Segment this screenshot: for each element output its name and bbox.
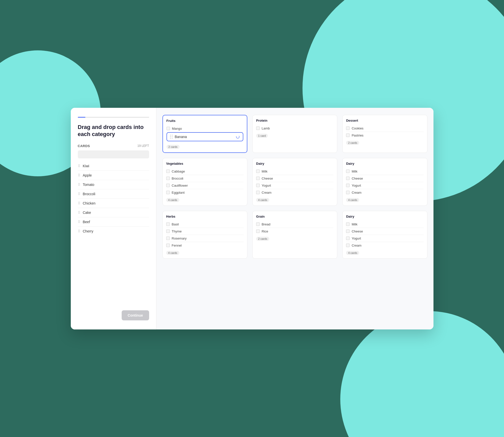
category-title: Dairy [346, 215, 423, 218]
category-fruits[interactable]: Fruits Mango Banana [162, 115, 247, 153]
item-label: Yogurt [262, 184, 271, 187]
category-protein-1[interactable]: Protein Lamb 1 card [252, 115, 337, 153]
item-icon [166, 127, 170, 130]
left-panel: Drag and drop cards into each category C… [71, 108, 156, 329]
card-label: Broccoli [83, 192, 95, 196]
category-item: Cauliflower [166, 182, 244, 189]
drag-handle: ⠿ [78, 201, 80, 205]
category-item: Cabbage [166, 168, 244, 175]
category-count: 1 card [256, 134, 268, 138]
item-icon [256, 229, 260, 233]
category-item: Rosemary [166, 235, 244, 242]
category-herbs-6[interactable]: Herbs Basil Thyme Rosemary [162, 211, 247, 259]
category-item: Rice [256, 228, 333, 235]
item-label: Cabbage [172, 170, 185, 173]
category-title: Vegetables [166, 162, 244, 165]
card-item-chicken[interactable]: ⠿ Chicken [78, 199, 149, 208]
item-label: Cheese [352, 177, 363, 180]
category-item: Cream [346, 242, 423, 249]
bg-shape-bottom [340, 311, 504, 437]
category-item: Cream [256, 189, 333, 196]
category-item: Cheese [256, 175, 333, 182]
drag-handle: ⠿ [78, 211, 80, 215]
category-item: Milk [256, 168, 333, 175]
dragging-card-label: Banana [175, 135, 187, 139]
item-label: Thyme [172, 229, 182, 233]
item-icon [166, 191, 170, 194]
category-item: Yogurt [256, 182, 333, 189]
item-icon [346, 184, 350, 187]
category-item: Basil [166, 221, 244, 228]
card-item-broccoli[interactable]: ⠿ Broccoli [78, 189, 149, 199]
category-item: Thyme [166, 228, 244, 235]
category-count: 2 cards [256, 237, 269, 241]
card-item-cake[interactable]: ⠿ Cake [78, 208, 149, 217]
category-title: Protein [256, 119, 333, 122]
item-icon [256, 191, 260, 194]
item-icon [346, 133, 350, 137]
card-item-tomato[interactable]: ⠿ Tomato [78, 180, 149, 189]
category-item: Broccoli [166, 175, 244, 182]
search-area [78, 150, 149, 158]
category-count: 4 cards [346, 251, 359, 255]
card-item-beef[interactable]: ⠿ Beef [78, 217, 149, 227]
item-icon [256, 126, 260, 130]
category-count: 4 cards [166, 251, 179, 255]
category-dairy3-8[interactable]: Dairy Milk Cheese Yogurt Cr [342, 211, 427, 259]
category-title: Fruits [166, 119, 243, 123]
item-label: Cookies [352, 126, 363, 130]
item-label: Cheese [262, 177, 273, 180]
category-count: 4 cards [256, 198, 269, 202]
category-title: Dairy [256, 162, 333, 165]
card-label: Tomato [83, 183, 94, 187]
card-item-cherry[interactable]: ⠿ Cherry [78, 227, 149, 236]
category-dairy-4[interactable]: Dairy Milk Cheese Yogurt Cr [252, 158, 337, 206]
category-count: 2 cards [166, 145, 180, 149]
main-modal: Drag and drop cards into each category C… [71, 108, 433, 329]
card-item-apple[interactable]: ⠿ Apple [78, 171, 149, 180]
item-label: Pastries [352, 133, 363, 137]
cards-label: Cards [78, 144, 90, 148]
item-label: Basil [172, 222, 179, 226]
item-label: Yogurt [352, 237, 361, 240]
cards-list: ⠿ Kiwi ⠿ Apple ⠿ Tomato ⠿ Broccoli ⠿ Chi… [78, 161, 149, 236]
item-label: Bread [262, 222, 271, 226]
category-vegetables-3[interactable]: Vegetables Cabbage Broccoli Cauliflower [162, 158, 247, 206]
card-item-kiwi[interactable]: ⠿ Kiwi [78, 161, 149, 171]
progress-bar-fill [78, 117, 85, 118]
continue-button[interactable]: Continue [122, 310, 149, 320]
item-icon [166, 229, 170, 233]
card-label: Chicken [83, 201, 96, 205]
item-icon [346, 237, 350, 240]
category-dairy2-5[interactable]: Dairy Milk Cheese Yogurt Cr [342, 158, 427, 206]
item-icon [346, 222, 350, 226]
card-label: Apple [83, 173, 92, 177]
category-dessert-2[interactable]: Dessert Cookies Pastries 2 cards [342, 115, 427, 153]
category-title: Herbs [166, 215, 244, 218]
item-icon [346, 170, 350, 173]
category-item: Lamb [256, 125, 333, 132]
category-item: Pastries [346, 132, 423, 139]
category-item: Fennel [166, 242, 244, 249]
category-grain-7[interactable]: Grain Bread Rice 2 cards [252, 211, 337, 259]
item-icon [166, 222, 170, 226]
item-icon [256, 170, 260, 173]
dragging-card[interactable]: Banana [166, 132, 243, 141]
item-label: Rice [262, 229, 268, 233]
item-label: Mango [172, 127, 182, 130]
category-count: 4 cards [166, 198, 179, 202]
item-label: Fennel [172, 244, 182, 247]
item-icon [166, 184, 170, 187]
category-item: Mango [166, 125, 243, 132]
card-label: Kiwi [83, 164, 89, 168]
item-icon [166, 237, 170, 240]
item-icon [256, 222, 260, 226]
item-label: Yogurt [352, 184, 361, 187]
item-icon [166, 244, 170, 247]
cards-header: Cards 19 LEFT [78, 144, 149, 148]
item-label: Cream [262, 191, 272, 194]
category-count: 4 cards [346, 198, 359, 202]
item-icon [256, 184, 260, 187]
item-label: Broccoli [172, 177, 183, 180]
spinner-icon [236, 135, 240, 139]
